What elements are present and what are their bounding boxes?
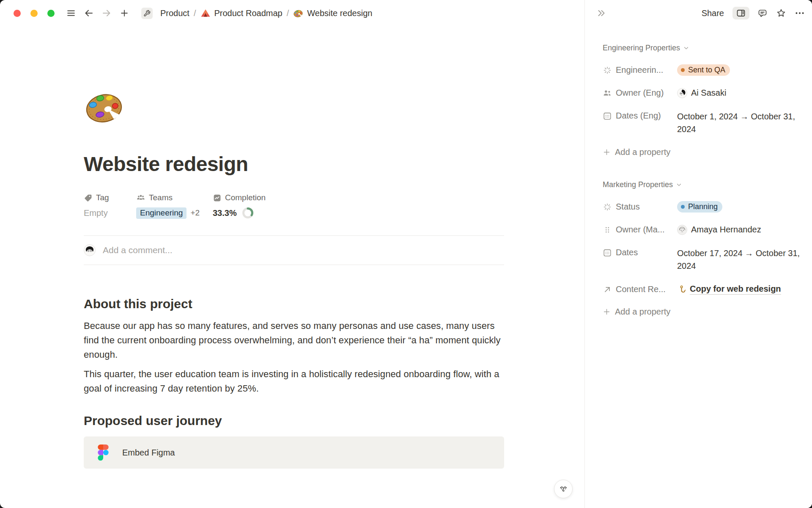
- amaya-hernandez-avatar: [677, 225, 687, 235]
- property-tag[interactable]: Tag Empty: [84, 193, 136, 219]
- zoom-button[interactable]: [47, 10, 55, 17]
- add-property-button[interactable]: Add a property: [603, 306, 812, 318]
- ai-sasaki-avatar: [677, 88, 687, 98]
- new-page-icon[interactable]: [119, 8, 129, 18]
- status-dot: [681, 68, 685, 72]
- breadcrumb-separator: /: [194, 8, 196, 18]
- property-completion[interactable]: Completion 33.3%: [213, 193, 266, 219]
- breadcrumb-label: Product: [160, 8, 189, 18]
- section-marketing-properties[interactable]: Marketing Properties: [603, 179, 812, 190]
- toggle-side-panel-icon[interactable]: [732, 7, 749, 19]
- side-panel-topbar: Share: [585, 0, 812, 26]
- comment-input[interactable]: Add a comment...: [103, 245, 173, 255]
- palette-icon: [293, 8, 303, 18]
- side-panel: Share Engineering Properties: [584, 0, 812, 508]
- calendar-icon: [603, 248, 612, 257]
- content-request-link[interactable]: Copy for web redesign: [690, 284, 781, 295]
- person-name[interactable]: Ai Sasaki: [691, 88, 726, 98]
- journey-heading[interactable]: Proposed user journey: [84, 413, 504, 429]
- people-icon: [603, 88, 612, 98]
- window-controls: [14, 10, 55, 17]
- chevron-down-icon: [683, 44, 690, 52]
- property-row-engineering-status[interactable]: Engineerin... Sent to QA: [603, 64, 812, 76]
- breadcrumb-website-redesign[interactable]: Website redesign: [293, 8, 372, 18]
- close-button[interactable]: [14, 10, 21, 17]
- breadcrumb-label: Product Roadmap: [214, 8, 283, 18]
- team-tag[interactable]: Engineering: [136, 207, 187, 219]
- star-icon[interactable]: [776, 8, 787, 19]
- property-label: Completion: [225, 193, 266, 202]
- add-property-button[interactable]: Add a property: [603, 146, 812, 158]
- about-paragraph-1[interactable]: Because our app has so many features, an…: [84, 319, 504, 362]
- main-topbar: Product / Product Roadmap / Website rede…: [0, 0, 584, 26]
- tag-icon: [84, 193, 93, 202]
- property-value[interactable]: Empty: [84, 208, 108, 218]
- property-label: Teams: [149, 193, 173, 202]
- notion-window: Product / Product Roadmap / Website rede…: [0, 0, 812, 508]
- ai-face-icon: [558, 483, 569, 494]
- main-pane: Product / Product Roadmap / Website rede…: [0, 0, 584, 508]
- property-row-dates-eng[interactable]: Dates (Eng) October 1, 2024 → October 31…: [603, 110, 812, 135]
- status-dot: [681, 205, 685, 209]
- breadcrumb-separator: /: [287, 8, 289, 18]
- completion-value: 33.3%: [213, 208, 237, 218]
- back-icon[interactable]: [84, 8, 94, 18]
- section-engineering-properties[interactable]: Engineering Properties: [603, 43, 812, 53]
- chevron-down-icon: [675, 181, 683, 188]
- page-title[interactable]: Website redesign: [84, 152, 504, 177]
- inline-properties: Tag Empty Teams Engineering +2: [84, 193, 504, 219]
- forward-icon[interactable]: [102, 8, 112, 18]
- person-name[interactable]: Amaya Hernandez: [691, 225, 761, 235]
- property-row-owner-eng[interactable]: Owner (Eng) Ai Sasaki: [603, 87, 812, 99]
- chart-icon: [213, 193, 222, 202]
- comment-row: Add a comment...: [84, 236, 504, 265]
- status-pill[interactable]: Sent to QA: [677, 64, 730, 76]
- hook-icon: [677, 285, 686, 294]
- notion-ai-button[interactable]: [554, 480, 573, 498]
- status-spinner-icon: [603, 66, 612, 75]
- comments-icon[interactable]: [757, 8, 768, 19]
- date-range[interactable]: October 17, 2024 → October 31, 2024: [677, 247, 801, 272]
- wrench-icon: [141, 8, 153, 19]
- team-extra-count[interactable]: +2: [190, 208, 200, 218]
- arrow-up-right-icon: [603, 285, 612, 294]
- tent-icon: [200, 8, 211, 18]
- breadcrumb-product[interactable]: Product: [141, 8, 189, 19]
- figma-logo-icon: [98, 444, 109, 461]
- calendar-icon: [603, 111, 612, 121]
- property-label: Tag: [96, 193, 109, 202]
- property-row-owner-ma[interactable]: Owner (Ma... Amaya Hernandez: [603, 224, 812, 235]
- breadcrumb-label: Website redesign: [307, 8, 372, 18]
- plus-icon: [603, 148, 611, 156]
- sidebar-menu-icon[interactable]: [66, 8, 76, 18]
- about-heading[interactable]: About this project: [84, 296, 504, 312]
- property-teams[interactable]: Teams Engineering +2: [136, 193, 213, 219]
- teams-icon: [136, 193, 145, 202]
- share-button[interactable]: Share: [702, 8, 724, 18]
- property-row-dates[interactable]: Dates October 17, 2024 → October 31, 202…: [603, 247, 812, 272]
- more-icon[interactable]: [794, 8, 805, 19]
- breadcrumb-product-roadmap[interactable]: Product Roadmap: [200, 8, 283, 18]
- divider: [84, 265, 504, 265]
- drag-handle-icon[interactable]: [603, 225, 612, 235]
- breadcrumb: Product / Product Roadmap / Website rede…: [141, 8, 372, 19]
- embed-figma-label: Embed Figma: [122, 448, 175, 458]
- date-range[interactable]: October 1, 2024 → October 31, 2024: [677, 110, 801, 135]
- completion-ring: [242, 207, 254, 219]
- plus-icon: [603, 308, 611, 316]
- status-pill[interactable]: Planning: [677, 201, 722, 213]
- user-avatar: [84, 244, 96, 256]
- page-palette-icon[interactable]: [84, 86, 124, 127]
- status-spinner-icon: [603, 202, 612, 212]
- side-panel-body: Engineering Properties Engineerin... Sen…: [585, 43, 812, 318]
- property-row-status[interactable]: Status Planning: [603, 201, 812, 213]
- minimize-button[interactable]: [30, 10, 38, 17]
- property-row-content-re[interactable]: Content Re... Copy for web redesign: [603, 284, 812, 295]
- page-content: Website redesign Tag Empty Teams Engin: [84, 86, 504, 469]
- embed-figma-block[interactable]: Embed Figma: [84, 436, 504, 469]
- about-paragraph-2[interactable]: This quarter, the user education team is…: [84, 367, 504, 396]
- collapse-panel-icon[interactable]: [596, 8, 607, 19]
